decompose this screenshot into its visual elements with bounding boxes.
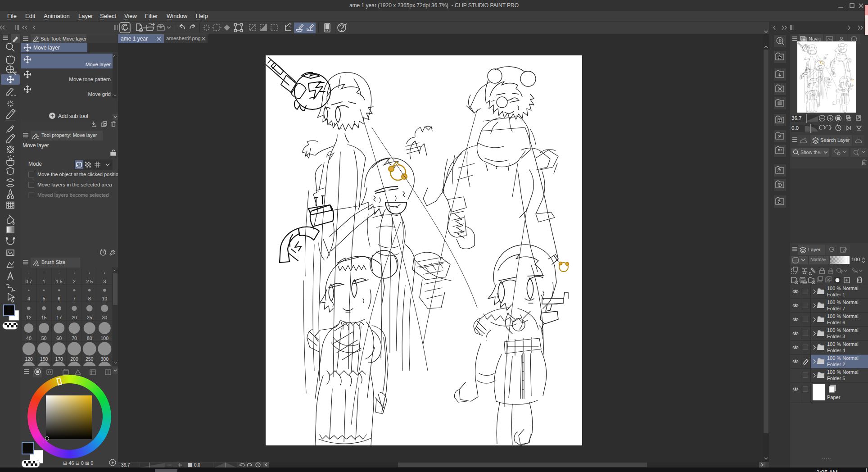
- svg-text:70: 70: [72, 336, 77, 341]
- svg-text:3: 3: [103, 279, 106, 284]
- svg-text:300: 300: [101, 356, 109, 362]
- svg-text:6: 6: [58, 296, 60, 301]
- svg-text:25: 25: [87, 315, 92, 320]
- svg-text:2.5: 2.5: [86, 279, 93, 284]
- svg-text:15: 15: [41, 315, 47, 320]
- svg-text:30: 30: [102, 315, 107, 320]
- svg-text:20: 20: [72, 315, 77, 320]
- svg-text:150: 150: [40, 356, 48, 362]
- svg-text:0.7: 0.7: [26, 279, 32, 284]
- svg-text:250: 250: [86, 356, 94, 362]
- svg-text:120: 120: [25, 356, 33, 362]
- svg-text:12: 12: [26, 315, 32, 320]
- svg-text:170: 170: [55, 356, 63, 362]
- svg-text:1.5: 1.5: [56, 279, 63, 284]
- svg-text:100: 100: [101, 336, 109, 341]
- svg-text:7: 7: [73, 296, 76, 301]
- svg-text:2: 2: [73, 279, 76, 284]
- svg-text:10: 10: [102, 296, 107, 301]
- svg-text:5: 5: [43, 296, 45, 301]
- svg-text:17: 17: [56, 315, 62, 320]
- svg-text:8: 8: [88, 296, 91, 301]
- svg-text:40: 40: [26, 336, 32, 341]
- svg-text:4: 4: [27, 296, 30, 301]
- svg-text:1: 1: [43, 279, 45, 284]
- svg-text:200: 200: [70, 356, 78, 362]
- svg-text:60: 60: [56, 336, 62, 341]
- svg-text:50: 50: [41, 336, 47, 341]
- svg-text:80: 80: [87, 336, 92, 341]
